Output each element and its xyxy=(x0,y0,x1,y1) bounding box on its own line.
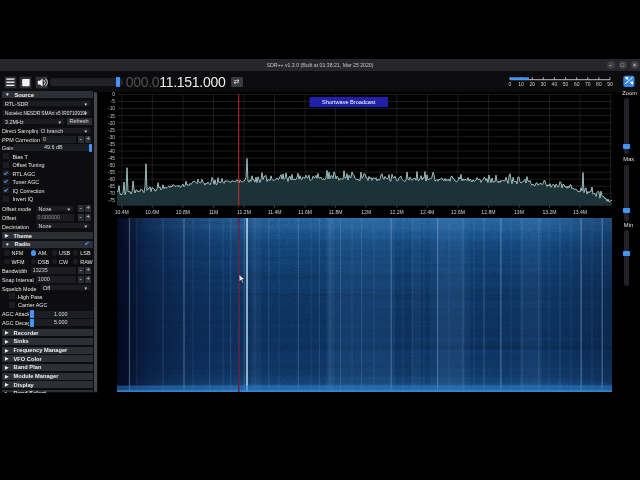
svg-text:10: 10 xyxy=(518,80,524,86)
svg-text:12.4M: 12.4M xyxy=(420,209,434,215)
svg-text:13.4M: 13.4M xyxy=(573,209,587,215)
svg-text:11.4M: 11.4M xyxy=(268,209,282,215)
svg-text:50: 50 xyxy=(563,80,569,86)
svg-text:-55: -55 xyxy=(108,170,115,175)
svg-text:-65: -65 xyxy=(108,184,115,189)
svg-text:10.6M: 10.6M xyxy=(145,209,159,215)
svg-text:90: 90 xyxy=(607,80,613,86)
svg-text:0: 0 xyxy=(112,92,115,97)
svg-text:-45: -45 xyxy=(108,156,115,161)
svg-text:13M: 13M xyxy=(514,209,524,215)
svg-text:30: 30 xyxy=(541,80,547,86)
svg-text:-40: -40 xyxy=(108,149,115,154)
svg-text:-30: -30 xyxy=(108,135,115,140)
svg-text:11.6M: 11.6M xyxy=(298,209,312,215)
svg-text:10.8M: 10.8M xyxy=(176,209,190,215)
svg-text:Shortwave Broadcast: Shortwave Broadcast xyxy=(322,99,376,105)
svg-text:0: 0 xyxy=(509,80,512,86)
svg-text:-50: -50 xyxy=(108,163,115,168)
svg-text:11.2M: 11.2M xyxy=(237,209,251,215)
svg-text:60: 60 xyxy=(574,80,580,86)
svg-text:12.8M: 12.8M xyxy=(481,209,495,215)
svg-text:11M: 11M xyxy=(209,209,219,215)
svg-text:13.2M: 13.2M xyxy=(542,209,556,215)
svg-text:12.6M: 12.6M xyxy=(451,209,465,215)
svg-text:-15: -15 xyxy=(108,114,115,119)
svg-text:-5: -5 xyxy=(111,99,116,104)
svg-text:10.4M: 10.4M xyxy=(115,209,129,215)
svg-text:80: 80 xyxy=(596,80,602,86)
svg-text:12.2M: 12.2M xyxy=(390,209,404,215)
svg-text:-20: -20 xyxy=(108,121,115,126)
svg-text:-75: -75 xyxy=(108,198,115,203)
svg-text:70: 70 xyxy=(585,80,591,86)
svg-text:20: 20 xyxy=(529,80,535,86)
svg-text:-60: -60 xyxy=(108,177,115,182)
svg-text:-10: -10 xyxy=(108,106,115,111)
svg-text:40: 40 xyxy=(552,80,558,86)
svg-text:11.8M: 11.8M xyxy=(329,209,343,215)
svg-text:12M: 12M xyxy=(361,209,371,215)
svg-text:-70: -70 xyxy=(108,191,115,196)
svg-text:-35: -35 xyxy=(108,142,115,147)
svg-text:-25: -25 xyxy=(108,128,115,133)
